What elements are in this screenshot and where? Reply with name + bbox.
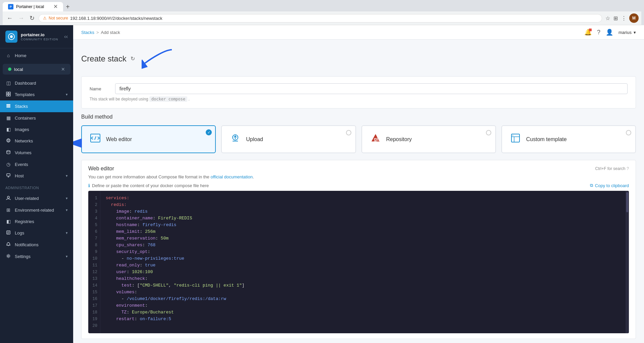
volumes-svg-icon — [6, 150, 11, 155]
browser-toolbar-icons: ☆ ⊞ ⋮ M — [605, 13, 639, 23]
build-method-custom-template[interactable]: Custom template — [501, 125, 636, 153]
user-menu-chevron-icon: ▾ — [634, 30, 636, 35]
sidebar-collapse-button[interactable]: ‹‹ — [64, 34, 68, 40]
sidebar-item-environment-related[interactable]: ⊞ Environment-related ▾ — [0, 204, 73, 216]
notification-badge — [589, 29, 592, 31]
copy-to-clipboard-button[interactable]: ⧉ Copy to clipboard — [590, 183, 629, 188]
header-actions: 🔔 ? 👤 marius ▾ — [584, 29, 636, 36]
containers-icon: ▦ — [5, 115, 11, 121]
code-editor[interactable]: 1 2 3 4 5 6 7 8 9 10 11 12 13 — [88, 191, 629, 333]
refresh-icon[interactable]: ↻ — [131, 55, 135, 62]
sidebar-item-settings[interactable]: Settings ▾ — [0, 251, 73, 262]
sidebar-item-host[interactable]: Host ▾ — [0, 170, 73, 182]
reload-button[interactable]: ↻ — [28, 14, 36, 23]
sidebar-item-containers[interactable]: ▦ Containers — [0, 112, 73, 124]
line-num-18: 18 — [92, 309, 97, 316]
notifications-svg-icon — [6, 242, 11, 247]
line-num-5: 5 — [92, 222, 97, 228]
build-method-upload[interactable]: Upload — [221, 125, 356, 153]
sidebar-env-item[interactable]: local ✕ — [3, 64, 70, 75]
sidebar-item-registries[interactable]: ◧ Registries — [0, 216, 73, 227]
sidebar-item-logs[interactable]: Logs ▾ — [0, 227, 73, 239]
browser-tab-active[interactable]: P Portainer | local ✕ — [3, 2, 63, 11]
code-line-15: volumes: — [106, 289, 624, 296]
extensions-button[interactable]: ⊞ — [613, 14, 618, 22]
help-button[interactable]: ? — [597, 29, 600, 36]
code-line-20 — [106, 323, 624, 329]
svg-rect-13 — [7, 174, 10, 176]
code-content[interactable]: services: redis: image: redis container_… — [100, 191, 629, 333]
env-name: local — [14, 67, 58, 72]
tab-close-button[interactable]: ✕ — [53, 4, 58, 9]
editor-scrollbar-thumb[interactable] — [626, 192, 628, 212]
networks-icon — [5, 138, 11, 144]
name-input[interactable] — [115, 83, 628, 94]
user-menu[interactable]: marius ▾ — [618, 30, 636, 35]
line-num-10: 10 — [92, 255, 97, 262]
not-secure-label: Not secure — [49, 16, 68, 20]
arrow-svg-title — [142, 46, 182, 70]
sidebar-item-stacks[interactable]: Stacks — [0, 100, 73, 112]
deploy-hint: This stack will be deployed using docker… — [90, 97, 628, 101]
user-profile-button[interactable]: 👤 — [606, 29, 613, 36]
new-tab-button[interactable]: + — [63, 2, 72, 11]
sidebar-item-events[interactable]: ◷ Events — [0, 159, 73, 170]
build-method-web-editor[interactable]: ✓ Web editor — [81, 125, 216, 153]
env-status-dot — [8, 68, 11, 71]
breadcrumb-parent[interactable]: Stacks — [81, 30, 94, 35]
sidebar-item-networks[interactable]: Networks — [0, 135, 73, 147]
deploy-code: docker compose — [149, 96, 187, 102]
sidebar-item-home[interactable]: ⌂ Home — [0, 50, 73, 61]
host-icon — [5, 173, 11, 179]
line-num-12: 12 — [92, 269, 97, 275]
notifications-icon — [5, 242, 11, 248]
editor-header: Web editor Ctrl+F for search ? — [88, 166, 629, 172]
back-button[interactable]: ← — [5, 14, 14, 23]
browser-user-avatar[interactable]: M — [629, 13, 639, 23]
url-display: 192.168.1.18:9000/#!/2/docker/stacks/new… — [70, 16, 598, 21]
name-form-row: Name — [90, 83, 628, 94]
notifications-bell-button[interactable]: 🔔 — [584, 29, 592, 36]
security-icon: ⚠ — [43, 16, 47, 20]
code-line-12: user: 1026:100 — [106, 269, 624, 275]
bookmark-button[interactable]: ☆ — [605, 14, 611, 22]
logs-icon — [5, 230, 11, 236]
line-num-19: 19 — [92, 316, 97, 323]
svg-rect-2 — [6, 92, 8, 94]
official-docs-link[interactable]: official documentation — [210, 174, 253, 179]
address-bar[interactable]: ⚠ Not secure 192.168.1.18:9000/#!/2/dock… — [39, 14, 602, 23]
line-num-3: 3 — [92, 208, 97, 215]
repository-label: Repository — [386, 136, 412, 142]
page-title: Create stack — [81, 54, 127, 63]
content-body: Create stack ↻ — [73, 40, 644, 343]
sidebar-item-templates[interactable]: Templates ▾ — [0, 89, 73, 100]
copy-icon: ⧉ — [590, 183, 593, 188]
tab-favicon: P — [8, 4, 13, 9]
editor-scrollbar[interactable] — [626, 191, 629, 333]
code-line-4: container_name: Firefly-REDIS — [106, 215, 624, 222]
sidebar-item-user-related[interactable]: User-related ▾ — [0, 192, 73, 204]
images-icon: ◧ — [5, 127, 11, 132]
custom-template-svg-icon — [510, 133, 521, 143]
code-line-7: mem_reservation: 50m — [106, 235, 624, 242]
sidebar-item-images[interactable]: ◧ Images — [0, 124, 73, 135]
app-layout: portainer.io COMMUNITY EDITION ‹‹ ⌂ Home… — [0, 25, 644, 343]
svg-rect-4 — [6, 94, 8, 96]
browser-chrome: P Portainer | local ✕ + ← → ↻ ⚠ Not secu… — [0, 0, 644, 25]
code-line-8: cpu_shares: 768 — [106, 242, 624, 249]
forward-button[interactable]: → — [17, 14, 26, 23]
code-line-17: environment: — [106, 302, 624, 309]
line-numbers: 1 2 3 4 5 6 7 8 9 10 11 12 13 — [88, 191, 100, 333]
brand-name: portainer.io — [21, 32, 58, 38]
svg-point-16 — [7, 196, 9, 198]
env-close-button[interactable]: ✕ — [61, 67, 65, 72]
sidebar-item-volumes[interactable]: Volumes — [0, 147, 73, 159]
line-num-20: 20 — [92, 323, 97, 329]
environment-chevron-icon: ▾ — [66, 208, 68, 212]
build-method-repository[interactable]: git Repository — [361, 125, 496, 153]
line-num-4: 4 — [92, 215, 97, 222]
sidebar-item-dashboard[interactable]: ◫ Dashboard — [0, 77, 73, 89]
registries-icon: ◧ — [5, 219, 11, 224]
sidebar-item-notifications[interactable]: Notifications — [0, 239, 73, 251]
browser-menu-button[interactable]: ⋮ — [621, 14, 627, 22]
